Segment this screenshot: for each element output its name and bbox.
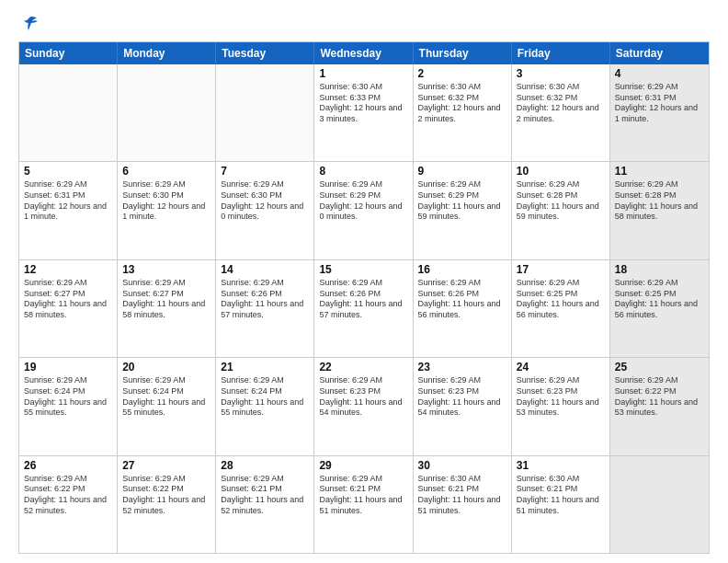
cell-daylight-info: Sunrise: 6:29 AM Sunset: 6:30 PM Dayligh… xyxy=(122,179,210,223)
day-number: 14 xyxy=(221,263,309,276)
header xyxy=(18,14,710,32)
day-number: 6 xyxy=(122,165,210,178)
calendar-cell-18: 18Sunrise: 6:29 AM Sunset: 6:25 PM Dayli… xyxy=(610,260,709,357)
cell-daylight-info: Sunrise: 6:29 AM Sunset: 6:26 PM Dayligh… xyxy=(319,278,407,321)
cell-daylight-info: Sunrise: 6:30 AM Sunset: 6:32 PM Dayligh… xyxy=(418,82,506,125)
calendar-cell-16: 16Sunrise: 6:29 AM Sunset: 6:26 PM Dayli… xyxy=(414,260,512,357)
day-number: 2 xyxy=(418,67,506,80)
cell-daylight-info: Sunrise: 6:29 AM Sunset: 6:21 PM Dayligh… xyxy=(221,474,309,517)
cell-daylight-info: Sunrise: 6:29 AM Sunset: 6:21 PM Dayligh… xyxy=(319,474,407,517)
calendar-cell-12: 12Sunrise: 6:29 AM Sunset: 6:27 PM Dayli… xyxy=(19,260,118,357)
day-number: 23 xyxy=(418,361,506,373)
cell-daylight-info: Sunrise: 6:30 AM Sunset: 6:21 PM Dayligh… xyxy=(418,474,506,517)
calendar-cell-13: 13Sunrise: 6:29 AM Sunset: 6:27 PM Dayli… xyxy=(118,260,216,357)
header-day-thursday: Thursday xyxy=(414,42,512,64)
day-number: 21 xyxy=(221,361,309,373)
logo-bird-icon xyxy=(20,14,39,32)
calendar-cell-3: 3Sunrise: 6:30 AM Sunset: 6:32 PM Daylig… xyxy=(512,64,610,161)
calendar-cell-19: 19Sunrise: 6:29 AM Sunset: 6:24 PM Dayli… xyxy=(19,358,118,454)
cell-daylight-info: Sunrise: 6:29 AM Sunset: 6:24 PM Dayligh… xyxy=(24,375,112,419)
day-number: 25 xyxy=(615,361,704,373)
calendar-cell-25: 25Sunrise: 6:29 AM Sunset: 6:22 PM Dayli… xyxy=(610,358,709,454)
calendar-cell-11: 11Sunrise: 6:29 AM Sunset: 6:28 PM Dayli… xyxy=(610,162,709,259)
calendar-cell-24: 24Sunrise: 6:29 AM Sunset: 6:23 PM Dayli… xyxy=(512,358,610,454)
calendar: SundayMondayTuesdayWednesdayThursdayFrid… xyxy=(18,41,710,554)
calendar-cell-14: 14Sunrise: 6:29 AM Sunset: 6:26 PM Dayli… xyxy=(216,260,314,357)
calendar-cell-30: 30Sunrise: 6:30 AM Sunset: 6:21 PM Dayli… xyxy=(414,456,512,553)
day-number: 10 xyxy=(517,165,605,178)
cell-daylight-info: Sunrise: 6:29 AM Sunset: 6:22 PM Dayligh… xyxy=(122,474,210,517)
calendar-cell-10: 10Sunrise: 6:29 AM Sunset: 6:28 PM Dayli… xyxy=(512,162,610,259)
day-number: 31 xyxy=(517,459,605,472)
day-number: 19 xyxy=(24,361,112,373)
day-number: 18 xyxy=(615,263,704,276)
header-day-tuesday: Tuesday xyxy=(216,42,314,64)
day-number: 1 xyxy=(319,67,407,80)
cell-daylight-info: Sunrise: 6:29 AM Sunset: 6:26 PM Dayligh… xyxy=(418,278,506,321)
calendar-cell-22: 22Sunrise: 6:29 AM Sunset: 6:23 PM Dayli… xyxy=(314,358,413,454)
cell-daylight-info: Sunrise: 6:29 AM Sunset: 6:29 PM Dayligh… xyxy=(418,179,506,223)
cell-daylight-info: Sunrise: 6:29 AM Sunset: 6:28 PM Dayligh… xyxy=(615,179,704,223)
cell-daylight-info: Sunrise: 6:29 AM Sunset: 6:23 PM Dayligh… xyxy=(418,375,506,419)
calendar-row-1: 5Sunrise: 6:29 AM Sunset: 6:31 PM Daylig… xyxy=(19,162,709,259)
cell-daylight-info: Sunrise: 6:29 AM Sunset: 6:27 PM Dayligh… xyxy=(24,278,112,321)
day-number: 26 xyxy=(24,459,112,472)
header-day-saturday: Saturday xyxy=(610,42,709,64)
calendar-cell-9: 9Sunrise: 6:29 AM Sunset: 6:29 PM Daylig… xyxy=(414,162,512,259)
cell-daylight-info: Sunrise: 6:29 AM Sunset: 6:25 PM Dayligh… xyxy=(615,278,704,321)
day-number: 28 xyxy=(221,459,309,472)
day-number: 24 xyxy=(517,361,605,373)
calendar-header: SundayMondayTuesdayWednesdayThursdayFrid… xyxy=(19,42,709,64)
calendar-cell-28: 28Sunrise: 6:29 AM Sunset: 6:21 PM Dayli… xyxy=(216,456,314,553)
cell-daylight-info: Sunrise: 6:29 AM Sunset: 6:22 PM Dayligh… xyxy=(615,375,704,419)
day-number: 20 xyxy=(122,361,210,373)
calendar-cell-20: 20Sunrise: 6:29 AM Sunset: 6:24 PM Dayli… xyxy=(118,358,216,454)
calendar-cell-4: 4Sunrise: 6:29 AM Sunset: 6:31 PM Daylig… xyxy=(610,64,709,161)
calendar-cell-empty-4-6 xyxy=(610,456,709,553)
cell-daylight-info: Sunrise: 6:29 AM Sunset: 6:25 PM Dayligh… xyxy=(517,278,605,321)
calendar-cell-17: 17Sunrise: 6:29 AM Sunset: 6:25 PM Dayli… xyxy=(512,260,610,357)
header-day-sunday: Sunday xyxy=(19,42,118,64)
calendar-cell-2: 2Sunrise: 6:30 AM Sunset: 6:32 PM Daylig… xyxy=(414,64,512,161)
cell-daylight-info: Sunrise: 6:29 AM Sunset: 6:24 PM Dayligh… xyxy=(221,375,309,419)
cell-daylight-info: Sunrise: 6:29 AM Sunset: 6:23 PM Dayligh… xyxy=(319,375,407,419)
calendar-cell-empty-0-2 xyxy=(216,64,314,161)
cell-daylight-info: Sunrise: 6:30 AM Sunset: 6:21 PM Dayligh… xyxy=(517,474,605,517)
day-number: 4 xyxy=(615,67,704,80)
cell-daylight-info: Sunrise: 6:30 AM Sunset: 6:33 PM Dayligh… xyxy=(319,82,407,125)
calendar-cell-21: 21Sunrise: 6:29 AM Sunset: 6:24 PM Dayli… xyxy=(216,358,314,454)
cell-daylight-info: Sunrise: 6:29 AM Sunset: 6:23 PM Dayligh… xyxy=(517,375,605,419)
logo xyxy=(18,14,39,32)
calendar-cell-15: 15Sunrise: 6:29 AM Sunset: 6:26 PM Dayli… xyxy=(314,260,413,357)
calendar-cell-23: 23Sunrise: 6:29 AM Sunset: 6:23 PM Dayli… xyxy=(414,358,512,454)
day-number: 5 xyxy=(24,165,112,178)
cell-daylight-info: Sunrise: 6:29 AM Sunset: 6:30 PM Dayligh… xyxy=(221,179,309,223)
calendar-row-0: 1Sunrise: 6:30 AM Sunset: 6:33 PM Daylig… xyxy=(19,64,709,162)
day-number: 7 xyxy=(221,165,309,178)
day-number: 9 xyxy=(418,165,506,178)
day-number: 12 xyxy=(24,263,112,276)
day-number: 11 xyxy=(615,165,704,178)
calendar-cell-27: 27Sunrise: 6:29 AM Sunset: 6:22 PM Dayli… xyxy=(118,456,216,553)
calendar-row-3: 19Sunrise: 6:29 AM Sunset: 6:24 PM Dayli… xyxy=(19,358,709,455)
cell-daylight-info: Sunrise: 6:29 AM Sunset: 6:31 PM Dayligh… xyxy=(24,179,112,223)
header-day-friday: Friday xyxy=(512,42,610,64)
calendar-row-2: 12Sunrise: 6:29 AM Sunset: 6:27 PM Dayli… xyxy=(19,260,709,358)
calendar-cell-6: 6Sunrise: 6:29 AM Sunset: 6:30 PM Daylig… xyxy=(118,162,216,259)
calendar-row-4: 26Sunrise: 6:29 AM Sunset: 6:22 PM Dayli… xyxy=(19,456,709,553)
cell-daylight-info: Sunrise: 6:29 AM Sunset: 6:22 PM Dayligh… xyxy=(24,474,112,517)
calendar-cell-8: 8Sunrise: 6:29 AM Sunset: 6:29 PM Daylig… xyxy=(314,162,413,259)
calendar-cell-7: 7Sunrise: 6:29 AM Sunset: 6:30 PM Daylig… xyxy=(216,162,314,259)
calendar-cell-31: 31Sunrise: 6:30 AM Sunset: 6:21 PM Dayli… xyxy=(512,456,610,553)
cell-daylight-info: Sunrise: 6:29 AM Sunset: 6:31 PM Dayligh… xyxy=(615,82,704,125)
day-number: 30 xyxy=(418,459,506,472)
calendar-cell-26: 26Sunrise: 6:29 AM Sunset: 6:22 PM Dayli… xyxy=(19,456,118,553)
day-number: 17 xyxy=(517,263,605,276)
calendar-cell-empty-0-0 xyxy=(19,64,118,161)
day-number: 3 xyxy=(517,67,605,80)
day-number: 16 xyxy=(418,263,506,276)
page: SundayMondayTuesdayWednesdayThursdayFrid… xyxy=(0,0,728,563)
calendar-cell-5: 5Sunrise: 6:29 AM Sunset: 6:31 PM Daylig… xyxy=(19,162,118,259)
header-day-wednesday: Wednesday xyxy=(314,42,413,64)
cell-daylight-info: Sunrise: 6:29 AM Sunset: 6:26 PM Dayligh… xyxy=(221,278,309,321)
